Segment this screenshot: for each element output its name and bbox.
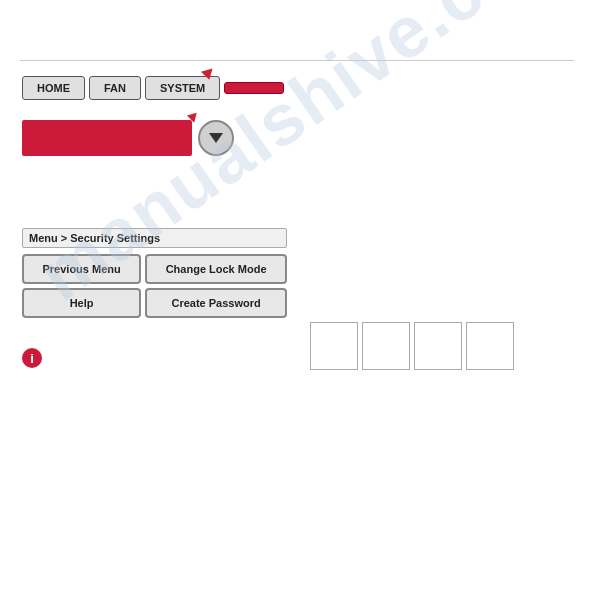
password-box-1[interactable]: [310, 322, 358, 370]
menu-section: Menu > Security Settings Previous Menu C…: [22, 228, 287, 318]
tab-home[interactable]: HOME: [22, 76, 85, 100]
password-box-2[interactable]: [362, 322, 410, 370]
change-lock-mode-button[interactable]: Change Lock Mode: [145, 254, 287, 284]
breadcrumb: Menu > Security Settings: [22, 228, 287, 248]
info-icon: i: [22, 348, 42, 368]
password-box-4[interactable]: [466, 322, 514, 370]
red-bar[interactable]: [22, 120, 192, 156]
password-input-area: [310, 322, 514, 370]
red-bar-area: [22, 120, 234, 156]
previous-menu-button[interactable]: Previous Menu: [22, 254, 141, 284]
dropdown-button[interactable]: [198, 120, 234, 156]
help-button[interactable]: Help: [22, 288, 141, 318]
password-box-3[interactable]: [414, 322, 462, 370]
top-divider: [20, 60, 574, 61]
create-password-button[interactable]: Create Password: [145, 288, 287, 318]
nav-tabs: HOME FAN SYSTEM: [22, 76, 284, 100]
tab-active-red[interactable]: [224, 82, 284, 94]
buttons-grid: Previous Menu Change Lock Mode Help Crea…: [22, 254, 287, 318]
tab-fan[interactable]: FAN: [89, 76, 141, 100]
